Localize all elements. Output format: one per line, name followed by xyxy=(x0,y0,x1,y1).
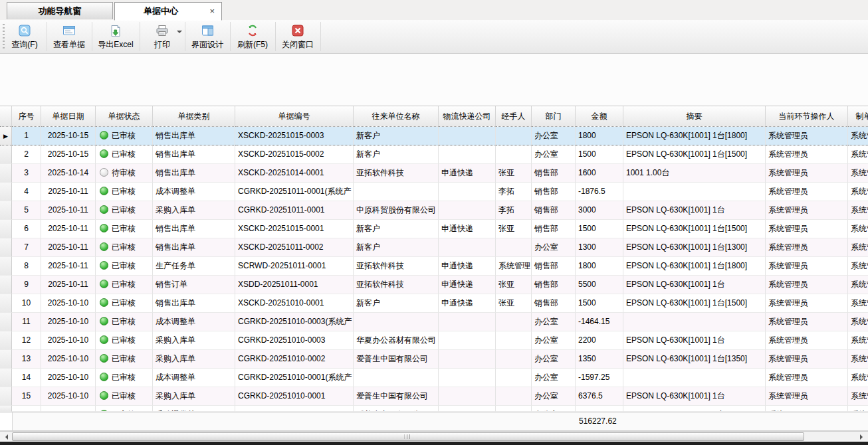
row-selector[interactable] xyxy=(0,220,12,238)
cell-creator: 系统管理员 xyxy=(848,145,868,164)
cell-category: 销售出库单 xyxy=(153,238,235,257)
cell-creator: 系统管理员 xyxy=(848,313,868,331)
table-row[interactable]: 142025-10-10已审核成本调整单CGRKD-20251010-0001(… xyxy=(0,369,868,387)
cell-handler xyxy=(496,331,532,350)
cell-summary: EPSON LQ-630K[1001] 1台 xyxy=(623,331,766,350)
row-selector[interactable] xyxy=(0,183,12,201)
print-dropdown-icon[interactable] xyxy=(177,31,182,36)
table-row[interactable]: 92025-10-11已审核销售订单XSDD-20251011-0001亚拓软件… xyxy=(0,276,868,294)
cell-amount: 4000 xyxy=(576,406,623,412)
cell-amount: 5500 xyxy=(576,276,623,294)
cell-creator: 系统管理员 xyxy=(848,238,868,257)
query-button[interactable]: 查询(F) xyxy=(5,21,44,52)
column-header[interactable]: 单据状态 xyxy=(96,106,153,127)
refresh-button-label: 刷新(F5) xyxy=(237,40,268,49)
cell-logistics xyxy=(439,313,496,331)
row-selector[interactable] xyxy=(0,387,12,406)
close-window-button[interactable]: 关闭窗口 xyxy=(276,21,319,52)
row-selector[interactable] xyxy=(0,350,12,369)
cell-dept: 销售部 xyxy=(532,164,576,183)
cell-creator: 系统管理员 xyxy=(848,350,868,369)
table-row[interactable]: 72025-10-11已审核销售出库单XSCKD-20251011-0002新客… xyxy=(0,238,868,257)
table-row[interactable]: 62025-10-11已审核销售出库单XSCKD-20251015-0001新客… xyxy=(0,220,868,238)
cell-status: 已审核 xyxy=(96,183,153,201)
tab-document-center[interactable]: 单据中心 × xyxy=(114,2,222,21)
scroll-right-arrow[interactable] xyxy=(857,432,868,442)
row-selector[interactable] xyxy=(0,276,12,294)
filter-panel: 单据日期 本年 2025/1/1 2025/12/31 单据编号 查询(F) 单… xyxy=(0,54,868,106)
scroll-left-arrow[interactable] xyxy=(0,432,11,442)
cell-dept: 销售部 xyxy=(532,220,576,238)
cell-category: 销售出库单 xyxy=(153,294,235,313)
table-row[interactable]: 82025-10-11已审核生产任务单SCRWD-20251011-0001亚拓… xyxy=(0,257,868,276)
row-selector[interactable] xyxy=(0,294,12,313)
table-row[interactable]: 122025-10-10已审核采购入库单CGRKD-20251010-0003华… xyxy=(0,331,868,350)
row-selector[interactable] xyxy=(0,257,12,276)
cell-no: 4 xyxy=(12,183,41,201)
column-header[interactable]: 金额 xyxy=(576,106,623,127)
column-header[interactable]: 经手人 xyxy=(496,106,532,127)
tab-label: 单据中心 xyxy=(144,6,178,16)
column-header[interactable]: 单据编号 xyxy=(235,106,354,127)
cell-date: 2025-10-11 xyxy=(41,238,96,257)
cell-category: 销售出库单 xyxy=(153,164,235,183)
horizontal-scrollbar[interactable] xyxy=(0,431,868,442)
row-selector[interactable] xyxy=(0,201,12,220)
row-selector[interactable] xyxy=(0,313,12,331)
row-selector[interactable] xyxy=(0,238,12,257)
table-row[interactable]: 52025-10-11已审核采购入库单CGRKD-20251011-0001中原… xyxy=(0,201,868,220)
status-approved-icon xyxy=(100,373,108,381)
cell-partner: 华夏办公器材有限公司 xyxy=(354,331,439,350)
column-header[interactable]: 序号 xyxy=(12,106,41,127)
export-excel-button[interactable]: 导出Excel xyxy=(93,21,138,52)
table-row[interactable]: 112025-10-10已审核成本调整单CGRKD-20251010-0003(… xyxy=(0,313,868,331)
row-selector[interactable] xyxy=(0,369,12,387)
table-row[interactable]: 42025-10-11已审核成本调整单CGRKD-20251011-0001(系… xyxy=(0,183,868,201)
cell-status: 已审核 xyxy=(96,257,153,276)
toolbar-grip-handle[interactable] xyxy=(3,24,5,49)
cell-creator: 系统管理员 xyxy=(848,257,868,276)
cell-no: 11 xyxy=(12,313,41,331)
grid-body: ▶12025-10-15已审核销售出库单XSCKD-20251015-0003新… xyxy=(0,127,868,412)
row-selector[interactable] xyxy=(0,331,12,350)
row-selector[interactable] xyxy=(0,164,12,183)
column-header[interactable]: 摘要 xyxy=(623,106,766,127)
cell-partner: 亚拓软件科技 xyxy=(354,164,439,183)
cell-date: 2025-10-15 xyxy=(41,145,96,164)
cell-doc_no: XSCKD-20251015-0002 xyxy=(235,145,354,164)
cell-no: 2 xyxy=(12,145,41,164)
tab-close-icon[interactable]: × xyxy=(209,3,215,20)
export-excel-icon xyxy=(93,25,138,38)
row-selector[interactable] xyxy=(0,145,12,164)
table-row[interactable]: 132025-10-10已审核采购入库单CGRKD-20251010-0002爱… xyxy=(0,350,868,369)
tab-function-nav[interactable]: 功能导航窗 xyxy=(7,2,113,19)
row-selector[interactable] xyxy=(0,406,12,412)
table-row[interactable]: 162025-10-10已审核采购退货单CGTHD-20251010-0002爱… xyxy=(0,406,868,412)
table-row[interactable]: 22025-10-15已审核销售出库单XSCKD-20251015-0002新客… xyxy=(0,145,868,164)
table-row[interactable]: 152025-10-10已审核采购入库单CGRKD-20251010-0001爱… xyxy=(0,387,868,406)
print-button[interactable]: 打印 xyxy=(141,21,183,52)
table-row[interactable]: 102025-10-10已审核销售出库单XSCKD-20251010-0001新… xyxy=(0,294,868,313)
table-row[interactable]: ▶12025-10-15已审核销售出库单XSCKD-20251015-0003新… xyxy=(0,127,868,145)
column-header[interactable]: 部门 xyxy=(532,106,576,127)
cell-summary: EPSON LQ-630K[1001] 1台[1800] xyxy=(623,127,766,145)
cell-operator: 系统管理员 xyxy=(766,406,848,412)
cell-partner: 新客户 xyxy=(354,145,439,164)
refresh-button[interactable]: 刷新(F5) xyxy=(231,21,274,52)
column-header[interactable]: 当前环节操作人 xyxy=(766,106,848,127)
table-row[interactable]: 32025-10-14待审核销售出库单XSCKD-20251014-0001亚拓… xyxy=(0,164,868,183)
column-header[interactable]: 往来单位名称 xyxy=(354,106,439,127)
column-header[interactable]: 单据类别 xyxy=(153,106,235,127)
scrollbar-thumb[interactable] xyxy=(12,432,804,441)
status-approved-icon xyxy=(100,224,108,232)
ui-design-button[interactable]: 界面设计 xyxy=(186,21,229,52)
column-header[interactable]: 制单人 xyxy=(848,106,868,127)
current-row-indicator[interactable]: ▶ xyxy=(0,127,12,145)
view-document-button[interactable]: 查看单据 xyxy=(48,21,90,52)
column-header[interactable]: 单据日期 xyxy=(41,106,96,127)
column-header[interactable]: 物流快递公司 xyxy=(439,106,496,127)
cell-logistics: 申通快递 xyxy=(439,257,496,276)
cell-status: 已审核 xyxy=(96,276,153,294)
ui-design-button-label: 界面设计 xyxy=(191,40,223,49)
cell-no: 13 xyxy=(12,350,41,369)
